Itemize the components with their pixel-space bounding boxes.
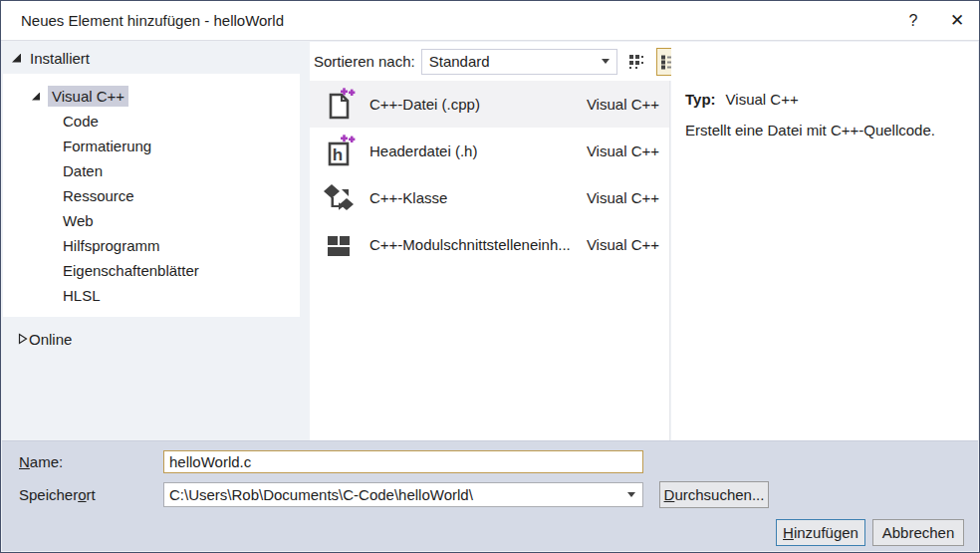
- template-category: Visual C++: [579, 96, 659, 113]
- template-description: Erstellt eine Datei mit C++-Quellcode.: [685, 122, 964, 138]
- tree-node-label: Visual C++: [48, 86, 128, 107]
- chevron-down-icon: [602, 59, 610, 64]
- sort-by-label: Sortieren nach:: [314, 53, 415, 70]
- template-category: Visual C++: [579, 189, 659, 206]
- tree-node-eigenschaftenblaetter[interactable]: Eigenschaftenblätter: [3, 258, 300, 283]
- installed-tree-panel: Visual C++ Code Formatierung Daten Resso…: [3, 74, 300, 317]
- tree-group-online[interactable]: Online: [2, 327, 72, 351]
- category-nav-pane: Installiert Visual C++ Code Formatierung…: [2, 42, 310, 440]
- browse-button[interactable]: Durchsuchen...: [659, 481, 769, 508]
- tree-node-daten[interactable]: Daten: [3, 158, 300, 183]
- close-button[interactable]: ✕: [935, 2, 979, 40]
- tree-node-hilfsprogramm[interactable]: Hilfsprogramm: [3, 233, 300, 258]
- sort-by-value: Standard: [429, 53, 490, 70]
- template-name: C++-Datei (.cpp): [369, 96, 480, 113]
- template-row-cpp-class[interactable]: C++-Klasse Visual C++: [310, 174, 669, 221]
- template-category: Visual C++: [579, 236, 659, 253]
- template-info-pane: Typ: Visual C++ Erstellt eine Datei mit …: [671, 42, 978, 440]
- small-icons-view-button[interactable]: [623, 48, 650, 76]
- location-label: Speicherort: [19, 486, 96, 503]
- expand-triangle-icon: [32, 93, 40, 101]
- name-input[interactable]: [163, 450, 643, 473]
- svg-text:h: h: [333, 145, 343, 164]
- tree-node-ressource[interactable]: Ressource: [3, 183, 300, 208]
- tree-node-code[interactable]: Code: [3, 109, 300, 134]
- online-label: Online: [29, 331, 72, 348]
- expand-triangle-icon: [12, 54, 21, 63]
- header-file-icon: h: [322, 135, 356, 168]
- template-row-cpp-module[interactable]: C++-Modulschnittstelleneinh... Visual C+…: [310, 221, 669, 268]
- cancel-button[interactable]: Abbrechen: [872, 519, 964, 546]
- dialog-title: Neues Element hinzufügen - helloWorld: [21, 12, 284, 29]
- cpp-file-icon: [322, 88, 356, 122]
- add-button[interactable]: Hinzufügen: [776, 519, 865, 546]
- name-label: Name:: [19, 453, 63, 470]
- help-button[interactable]: ?: [891, 2, 935, 40]
- location-input[interactable]: [164, 486, 627, 503]
- tree-node-visual-cpp[interactable]: Visual C++: [3, 84, 300, 109]
- installed-label: Installiert: [30, 50, 90, 67]
- template-category: Visual C++: [579, 142, 659, 159]
- template-name: C++-Modulschnittstelleneinh...: [369, 236, 571, 253]
- footer-panel: Name: Speicherort Durchsuchen... Hinzufü…: [2, 440, 978, 551]
- collapse-triangle-icon: [13, 334, 20, 344]
- small-icons-grid-icon: [628, 53, 645, 70]
- cpp-class-icon: [322, 181, 356, 215]
- template-list: C++-Datei (.cpp) Visual C++ h Headerdate…: [310, 81, 670, 440]
- location-combobox: [163, 482, 643, 507]
- type-label: Typ:: [685, 91, 716, 108]
- cpp-module-icon: [322, 228, 356, 262]
- template-row-cpp-file[interactable]: C++-Datei (.cpp) Visual C++: [310, 81, 669, 128]
- tree-group-installed[interactable]: Installiert: [2, 42, 310, 74]
- tree-node-hlsl[interactable]: HLSL: [3, 283, 300, 308]
- chevron-down-icon[interactable]: [627, 492, 635, 497]
- add-new-item-dialog: Neues Element hinzufügen - helloWorld ? …: [0, 0, 980, 553]
- template-name: C++-Klasse: [369, 189, 447, 206]
- template-row-header-file[interactable]: h Headerdatei (.h) Visual C++: [310, 128, 669, 174]
- sort-by-dropdown[interactable]: Standard: [421, 49, 617, 75]
- template-name: Headerdatei (.h): [369, 142, 477, 159]
- title-bar: Neues Element hinzufügen - helloWorld ? …: [1, 1, 979, 41]
- type-value: Visual C++: [726, 91, 799, 108]
- tree-node-formatierung[interactable]: Formatierung: [3, 134, 300, 158]
- tree-node-web[interactable]: Web: [3, 208, 300, 233]
